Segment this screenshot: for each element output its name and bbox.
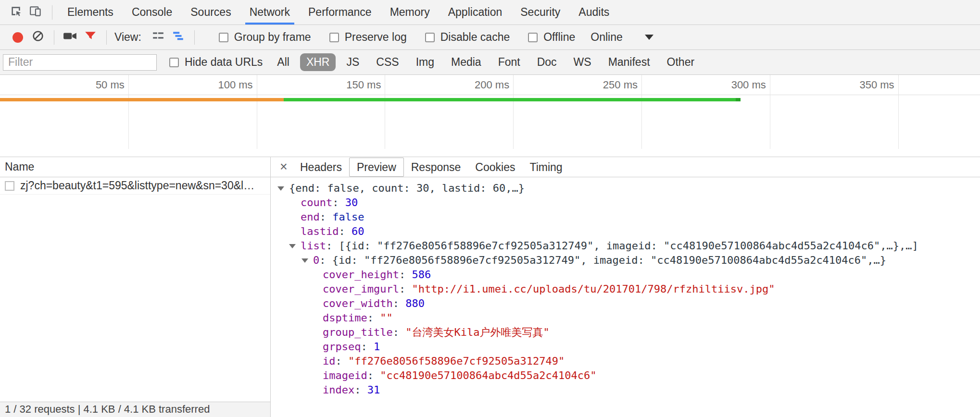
filter-type-media[interactable]: Media (445, 53, 488, 71)
json-bool: false (332, 211, 364, 223)
tab-audits[interactable]: Audits (569, 0, 618, 25)
checkbox-offline[interactable]: Offline (528, 31, 575, 44)
filter-type-img[interactable]: Img (410, 53, 440, 71)
filter-type-ws[interactable]: WS (567, 53, 598, 71)
json-plain: : (319, 254, 332, 266)
tab-network[interactable]: Network (240, 0, 299, 25)
json-plain: : (336, 355, 349, 367)
timeline-grid-line (257, 75, 257, 149)
timeline-tick-label: 250 ms (585, 75, 638, 95)
json-key: id (323, 355, 336, 367)
tab-headers[interactable]: Headers (293, 157, 349, 177)
tree-row: cover_width: 880 (271, 296, 980, 311)
tab-cookies[interactable]: Cookies (468, 157, 522, 177)
tab-application[interactable]: Application (439, 0, 512, 25)
capture-screenshots-button[interactable] (60, 27, 80, 48)
tree-row: dsptime: "" (271, 311, 980, 325)
checkbox-preserve-log[interactable]: Preserve log (329, 31, 407, 44)
timeline-grid-line (513, 75, 514, 149)
large-request-rows-button[interactable] (148, 27, 168, 48)
tree-row: end: false (271, 210, 980, 224)
show-overview-button[interactable] (168, 27, 188, 48)
json-num: 31 (367, 384, 380, 396)
json-str: "cc48190e57100864abc4d55a2c4104c6" (380, 369, 596, 381)
json-plain: : (361, 341, 374, 353)
filter-type-doc[interactable]: Doc (531, 53, 563, 71)
checkbox-label: Disable cache (440, 31, 510, 44)
checkbox-label: Preserve log (345, 31, 407, 44)
filter-type-xhr[interactable]: XHR (300, 53, 336, 71)
filter-type-css[interactable]: CSS (370, 53, 405, 71)
tab-elements[interactable]: Elements (58, 0, 123, 25)
expand-arrow-icon[interactable] (277, 181, 289, 196)
network-overview[interactable]: 50 ms100 ms150 ms200 ms250 ms300 ms350 m… (0, 75, 980, 157)
checkbox-disable-cache[interactable]: Disable cache (425, 31, 510, 44)
request-rows: zj?ch=beauty&t1=595&listtype=new&sn=30&l… (0, 177, 270, 195)
devtools-tabbar: ElementsConsoleSourcesNetworkPerformance… (0, 0, 980, 25)
timeline-tick-label: 350 ms (842, 75, 894, 95)
panel-tabs: ElementsConsoleSourcesNetworkPerformance… (58, 0, 618, 25)
tree-row: {end: false, count: 30, lastid: 60,…} (271, 181, 980, 196)
overview-waterfall-icon (172, 30, 185, 45)
tab-sources[interactable]: Sources (181, 0, 240, 25)
json-plain: : (399, 283, 412, 295)
tab-security[interactable]: Security (511, 0, 569, 25)
device-toolbar-button[interactable] (26, 2, 46, 23)
tree-row: group_title: "台湾美女Kila户外唯美写真" (271, 325, 980, 340)
filter-type-all[interactable]: All (271, 53, 296, 71)
name-column-header[interactable]: Name (0, 157, 270, 177)
json-num: 586 (412, 269, 431, 281)
checkbox-group-by-frame[interactable]: Group by frame (219, 31, 311, 44)
status-bar: 1 / 32 requests | 4.1 KB / 4.1 KB transf… (0, 402, 270, 417)
checkbox-label: Hide data URLs (185, 56, 263, 69)
timeline-grid-line (641, 75, 642, 149)
resource-type-filters: AllXHRJSCSSImgMediaFontDocWSManifestOthe… (266, 53, 701, 71)
filter-type-js[interactable]: JS (340, 53, 365, 71)
tab-console[interactable]: Console (123, 0, 181, 25)
json-plain: : (393, 326, 406, 338)
tree-row: index: 31 (271, 383, 980, 397)
request-list-panel: Name zj?ch=beauty&t1=595&listtype=new&sn… (0, 157, 271, 417)
checkbox-label: Group by frame (234, 31, 311, 44)
json-key: cover_imgurl (323, 283, 399, 295)
json-str: "台湾美女Kila户外唯美写真" (405, 326, 549, 338)
divider (106, 30, 107, 45)
json-key: cover_height (323, 269, 399, 281)
json-num: 30 (345, 196, 358, 208)
json-plain: {end: false, count: 30, lastid: 60,…} (289, 182, 525, 194)
json-key: end (301, 211, 320, 223)
json-plain: : (339, 225, 352, 237)
clear-button[interactable] (28, 27, 48, 48)
json-plain: : (332, 196, 345, 208)
filter-type-font[interactable]: Font (492, 53, 527, 71)
json-plain: : (326, 240, 339, 252)
expand-arrow-icon[interactable] (289, 239, 301, 253)
json-preview-tree: {end: false, count: 30, lastid: 60,…}cou… (271, 177, 980, 417)
tab-preview[interactable]: Preview (349, 158, 404, 177)
filter-type-manifest[interactable]: Manifest (602, 53, 656, 71)
record-button[interactable] (8, 27, 28, 48)
inspect-element-button[interactable] (6, 2, 26, 23)
network-toolbar: View: Group by framePreserve logDisable … (0, 25, 980, 50)
record-icon (13, 32, 23, 43)
timeline-tick-label: 100 ms (200, 75, 253, 95)
tab-timing[interactable]: Timing (522, 157, 569, 177)
request-row[interactable]: zj?ch=beauty&t1=595&listtype=new&sn=30&l… (0, 177, 270, 195)
expand-arrow-icon[interactable] (302, 253, 313, 268)
tab-performance[interactable]: Performance (299, 0, 381, 25)
filter-type-other[interactable]: Other (661, 53, 701, 71)
inspect-cursor-icon (10, 5, 22, 20)
json-plain: : (393, 297, 406, 309)
timeline-tick-label: 200 ms (456, 75, 509, 95)
close-icon[interactable]: × (275, 159, 293, 174)
json-num: 1 (374, 341, 380, 353)
tab-memory[interactable]: Memory (381, 0, 439, 25)
filter-toggle-button[interactable] (80, 27, 101, 48)
tree-row: id: "ff276e8056f58896e7cf92505a312749" (271, 354, 980, 368)
timeline-grid-line (898, 75, 899, 149)
timeline-grid-line (770, 75, 770, 149)
tab-response[interactable]: Response (404, 157, 468, 177)
checkbox-hide-data-urls[interactable]: Hide data URLs (169, 56, 263, 69)
throttling-dropdown[interactable]: Online (591, 31, 653, 44)
filter-input[interactable] (3, 54, 157, 71)
